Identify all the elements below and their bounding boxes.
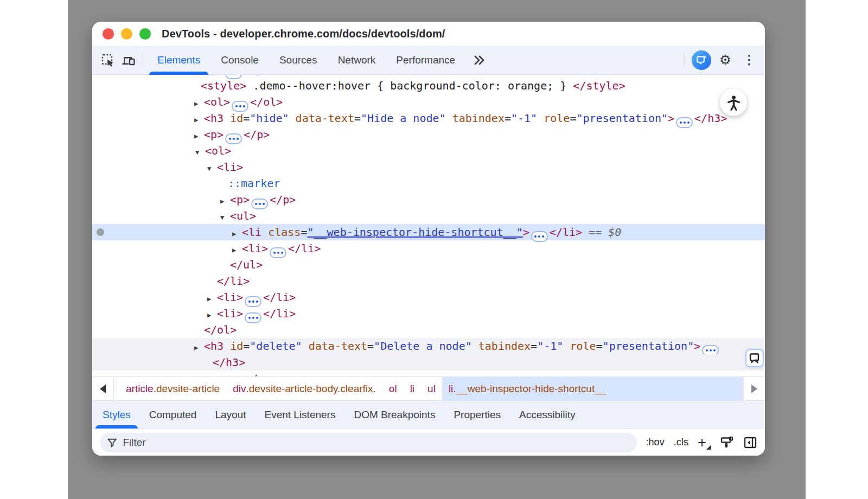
breadcrumb-item[interactable]: article.devsite-article [119, 377, 226, 400]
three-dot-menu-icon[interactable]: ⋮ [739, 50, 760, 71]
dom-tree-row[interactable]: ▶<li></li> [92, 240, 765, 257]
disclosure-arrow-icon[interactable]: ▶ [194, 128, 204, 144]
dom-tree-row[interactable]: ▶<h3 id="delete" data-text="Delete a nod… [92, 338, 765, 354]
disclosure-arrow-icon[interactable]: ▶ [195, 372, 205, 376]
toggle-element-state-button[interactable]: :hov [646, 437, 665, 448]
disclosure-arrow-icon[interactable]: ▶ [220, 193, 230, 209]
dollar-zero-token: $0 [608, 226, 621, 239]
device-toolbar-icon[interactable] [118, 50, 139, 71]
tab-styles[interactable]: Styles [93, 401, 140, 428]
crumb-tag: ol [389, 383, 397, 395]
attribute-value-token: "Hide a node" [361, 112, 446, 125]
tag-token: <li [242, 226, 261, 239]
disclosure-arrow-icon[interactable]: ▶ [194, 95, 204, 112]
disclosure-arrow-icon[interactable]: ▶ [194, 112, 204, 128]
text-token: = [531, 340, 537, 353]
dom-tree-row[interactable]: ▶<h3 id="hide" data-text="Hide a node" t… [92, 110, 765, 126]
tab-console[interactable]: Console [210, 46, 269, 75]
dom-tree-row[interactable]: </li> [92, 273, 765, 289]
breadcrumb-item[interactable]: ul [421, 377, 442, 400]
tag-token: <style> [201, 79, 246, 92]
dom-tree-row[interactable]: ▼<ul> [92, 208, 765, 224]
disclosure-arrow-icon[interactable]: ▶ [207, 307, 217, 323]
toggle-sidebar-icon[interactable] [743, 436, 757, 450]
tab-dom-breakpoints[interactable]: DOM Breakpoints [344, 401, 444, 428]
tag-token: <li> [217, 161, 243, 174]
attribute-value-token: "presentation" [603, 340, 694, 353]
breadcrumb-item[interactable]: ol [382, 377, 404, 400]
disclosure-arrow-icon[interactable]: ▶ [232, 242, 242, 258]
toolbar-divider [684, 53, 684, 67]
gear-icon[interactable]: ⚙ [715, 50, 736, 71]
paint-roller-icon[interactable] [720, 436, 734, 450]
dom-tree-row[interactable]: ▶<ol></ol> [92, 94, 765, 110]
disclosure-arrow-icon[interactable]: ▶ [232, 226, 242, 242]
dom-tree-row[interactable]: ▶<li class="__web-inspector-hide-shortcu… [92, 224, 765, 240]
dom-tree-row[interactable]: ▶<li></li> [92, 289, 765, 305]
minimize-window-button[interactable] [121, 28, 132, 40]
disclosure-arrow-icon[interactable]: ▶ [194, 340, 204, 356]
tag-token: > [668, 112, 674, 125]
attribute-name-token: tabindex [452, 112, 505, 125]
tab-accessibility[interactable]: Accessibility [510, 401, 584, 428]
dom-tree-row[interactable]: ▶<li></li> [92, 305, 765, 322]
attribute-value-token: "-1" [537, 340, 563, 353]
disclosure-arrow-icon[interactable]: ▼ [195, 144, 205, 161]
ai-assistance-icon[interactable] [691, 50, 712, 71]
attribute-name-token: id [230, 340, 243, 353]
breadcrumb-scroll-right-button[interactable] [743, 377, 765, 400]
tag-token: <p> [204, 75, 224, 76]
dom-tree-row[interactable]: ▶<p></p> [92, 370, 765, 376]
new-style-rule-button[interactable]: + [698, 435, 711, 450]
close-window-button[interactable] [103, 28, 114, 40]
text-token [289, 112, 296, 125]
toolbar-right-group: ⚙ ⋮ [680, 50, 760, 71]
tag-token: </style> [573, 79, 625, 92]
dom-tree-row[interactable]: ▶<p></p> [92, 191, 765, 208]
text-token [302, 340, 309, 353]
dom-tree-view[interactable]: ▶<p></p><style> .demo--hover:hover { bac… [92, 75, 765, 376]
tab-properties[interactable]: Properties [444, 401, 510, 428]
breadcrumb-item[interactable]: div.devsite-article-body.clearfix. [226, 377, 382, 400]
tab-elements[interactable]: Elements [147, 46, 210, 75]
disclosure-arrow-icon[interactable]: ▼ [220, 209, 230, 226]
dom-tree-row[interactable]: <style> .demo--hover:hover { background-… [92, 78, 765, 94]
tag-token: </h3> [694, 112, 727, 125]
crumb-tag: ul [427, 383, 436, 395]
more-tabs-button[interactable] [465, 54, 493, 66]
chevron-left-icon [100, 385, 106, 393]
dom-tree-row[interactable]: ▼<li> [92, 159, 765, 175]
disclosure-arrow-icon[interactable]: ▶ [207, 291, 217, 307]
tab-performance[interactable]: Performance [386, 46, 465, 75]
dom-tree-row[interactable]: ::marker [92, 175, 765, 191]
screenshot-stage: DevTools - developer.chrome.com/docs/dev… [0, 0, 868, 499]
styles-panel-tabs: StylesComputedLayoutEvent ListenersDOM B… [92, 400, 765, 428]
breadcrumb-item[interactable]: li.__web-inspector-hide-shortcut__ [442, 377, 743, 400]
styles-filter-field[interactable] [100, 433, 637, 452]
dom-tree-row[interactable]: </ol> [92, 322, 765, 338]
tab-layout[interactable]: Layout [206, 401, 255, 428]
dom-tree-row[interactable]: ▼<ol> [92, 143, 765, 159]
styles-filter-input[interactable] [123, 437, 629, 449]
dom-tree-row[interactable]: ▶<p></p> [92, 126, 765, 143]
inspect-element-icon[interactable] [98, 50, 118, 71]
dom-tree-row[interactable]: </ul> [92, 257, 765, 273]
tag-token: <ol> [205, 144, 231, 157]
text-token: .demo--hover:hover { background-color: o… [246, 79, 573, 92]
tab-sources[interactable]: Sources [269, 46, 328, 75]
breadcrumb-item[interactable]: li [404, 377, 421, 400]
dom-tree-row[interactable]: </h3> [92, 354, 765, 370]
crumb-tag: article [126, 383, 154, 395]
accessibility-person-icon[interactable] [720, 89, 747, 116]
element-classes-button[interactable]: .cls [674, 437, 688, 448]
tab-event-listeners[interactable]: Event Listeners [255, 401, 344, 428]
tab-computed[interactable]: Computed [140, 401, 206, 428]
activity-dot-icon [97, 228, 104, 236]
maximize-window-button[interactable] [139, 28, 151, 40]
breadcrumb-scroll-left-button[interactable] [92, 377, 114, 400]
attribute-value-token: "__web-inspector-hide-shortcut__" [307, 226, 522, 239]
tab-network[interactable]: Network [328, 46, 386, 75]
disclosure-arrow-icon[interactable]: ▼ [207, 161, 217, 177]
chevron-right-icon [751, 385, 757, 393]
ai-pin-icon[interactable] [745, 349, 764, 367]
